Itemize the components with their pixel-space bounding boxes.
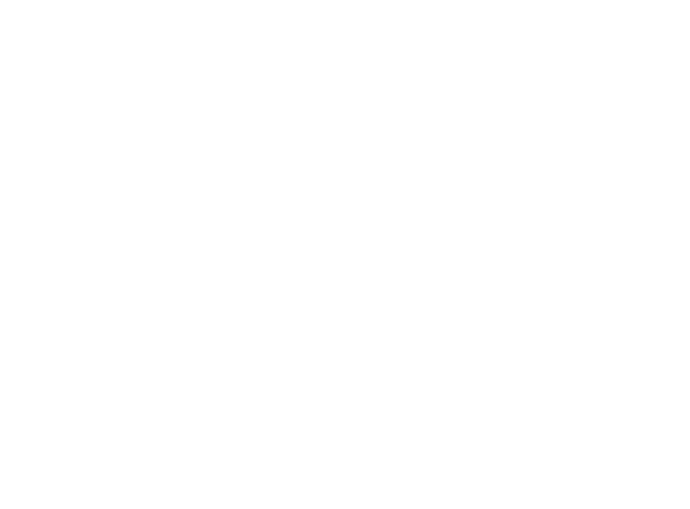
scatter-plot	[0, 0, 690, 509]
chart-svg	[0, 0, 690, 509]
